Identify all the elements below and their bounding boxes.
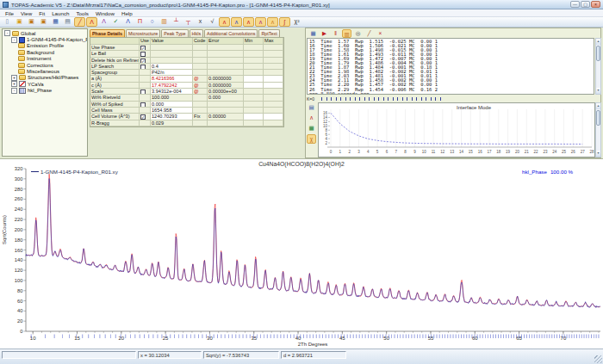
tree-item-1-gnm-4145-p4-kapton-r01-xy[interactable]: -1-GNM-4145-P4-Kapton_R01.xy <box>3 36 87 42</box>
close-button[interactable]: × <box>591 1 600 8</box>
min-cell[interactable] <box>244 51 264 57</box>
marker-up-icon[interactable]: ┬ <box>183 17 194 27</box>
use-cell[interactable] <box>140 108 151 114</box>
use-cell[interactable] <box>140 102 151 108</box>
max-cell[interactable] <box>264 70 283 76</box>
scroll-down-icon[interactable]: ▼ <box>596 88 600 94</box>
max-cell[interactable] <box>264 120 283 126</box>
peaks-orange-icon[interactable]: ʌ <box>267 17 278 27</box>
peaks-blue-icon[interactable]: ʌ <box>231 17 242 27</box>
accept-fit-icon[interactable]: ✓ <box>110 17 121 27</box>
menu-file[interactable]: File <box>2 10 17 16</box>
tree-item-background[interactable]: Background <box>3 49 87 55</box>
min-cell[interactable] <box>244 45 264 51</box>
tree-expander-icon[interactable]: + <box>11 75 17 81</box>
open-recent-icon[interactable]: ▣ <box>38 17 49 27</box>
max-cell[interactable] <box>264 114 283 120</box>
view-output-icon[interactable]: ◎ <box>353 29 363 38</box>
checkbox-checked-icon[interactable]: ✓ <box>140 114 146 120</box>
code-cell[interactable] <box>193 64 208 70</box>
peaks-red-icon[interactable]: ʌ <box>219 17 230 27</box>
zoom-window-icon[interactable]: ▥ <box>159 17 170 27</box>
tree-item-instrument[interactable]: Instrument <box>3 56 87 62</box>
menu-help[interactable]: Help <box>118 10 136 16</box>
min-cell[interactable] <box>244 83 264 89</box>
use-cell[interactable] <box>140 76 151 82</box>
tab-hkls[interactable]: Hkls <box>190 29 203 37</box>
pause-icon[interactable]: ‖ <box>331 29 340 38</box>
code-cell[interactable] <box>193 58 208 64</box>
code-cell[interactable] <box>193 120 208 126</box>
code-cell[interactable]: @ <box>193 76 208 82</box>
scroll-thumb[interactable] <box>596 110 600 126</box>
fit-options-icon[interactable]: ▦ <box>308 29 318 38</box>
minimize-button[interactable]: — <box>570 1 580 8</box>
min-cell[interactable] <box>244 58 264 64</box>
range-bar-icon[interactable]: Π <box>134 17 146 27</box>
value-cell[interactable]: 0.000 <box>151 102 193 108</box>
value-cell[interactable]: 1654.958 <box>151 108 193 114</box>
sqrt-icon[interactable]: √ <box>207 17 218 27</box>
tab-phase-details[interactable]: Phase Details <box>90 29 125 37</box>
open-folder-icon[interactable]: ▣ <box>14 17 25 27</box>
checkbox-checked-icon[interactable]: ✓ <box>140 46 146 51</box>
value-cell[interactable]: P42/n <box>151 70 193 76</box>
use-cell[interactable]: ✓ <box>140 45 151 51</box>
checkbox-unchecked-icon[interactable] <box>140 102 146 108</box>
tab-microstructure[interactable]: Microstructure <box>126 29 160 37</box>
max-cell[interactable] <box>264 89 283 95</box>
min-cell[interactable] <box>244 95 264 101</box>
menu-view[interactable]: View <box>17 10 35 16</box>
checkbox-unchecked-icon[interactable] <box>140 89 146 95</box>
min-cell[interactable] <box>244 108 264 114</box>
use-cell[interactable] <box>140 64 151 70</box>
max-cell[interactable] <box>264 83 283 89</box>
use-cell[interactable] <box>140 95 151 101</box>
resize-grip[interactable] <box>594 355 602 363</box>
tab-peak-type[interactable]: Peak Type <box>161 29 188 37</box>
max-cell[interactable] <box>264 76 283 82</box>
min-cell[interactable] <box>244 89 264 95</box>
chi-squared-icon[interactable]: χ² <box>291 17 302 27</box>
tree-item-global[interactable]: -Global <box>3 30 87 36</box>
min-cell[interactable] <box>244 114 264 120</box>
fit-peak-icon[interactable]: Λ <box>86 17 97 27</box>
checkbox-unchecked-icon[interactable] <box>140 52 146 57</box>
value-cell[interactable]: 17.4792242 <box>151 83 193 89</box>
menu-tools[interactable]: Tools <box>72 10 91 16</box>
max-cell[interactable] <box>264 58 283 64</box>
convergence-scrollbar[interactable]: ▲▼ <box>595 102 601 157</box>
value-cell[interactable] <box>151 45 193 51</box>
new-file-icon[interactable]: ▯ <box>2 17 13 27</box>
use-cell[interactable]: ✓ <box>140 58 151 64</box>
menu-launch[interactable]: Launch <box>48 10 72 16</box>
min-cell[interactable] <box>244 64 264 70</box>
marker-down-icon[interactable]: ┴ <box>171 17 182 27</box>
value-cell[interactable] <box>151 51 193 57</box>
tree-item-corrections[interactable]: Corrections <box>3 62 87 68</box>
conv-peak-icon[interactable]: ʌ <box>307 114 316 123</box>
use-cell[interactable] <box>140 51 151 57</box>
peak-pick-icon[interactable]: Λ <box>122 17 134 27</box>
scroll-up-icon[interactable]: ▲ <box>596 39 600 45</box>
project-tree[interactable]: -Global-1-GNM-4145-P4-Kapton_R01.xyEmiss… <box>2 28 88 157</box>
fit-output-scrollbar[interactable]: ▲▼ <box>595 38 601 95</box>
stop-icon[interactable]: × <box>376 29 385 38</box>
checkbox-checked-icon[interactable]: ✓ <box>140 59 146 64</box>
parameter-table[interactable]: UseValueCodeErrorMinMaxUse Phase✓Le Bail… <box>90 37 284 127</box>
code-cell[interactable]: Fix <box>193 114 208 120</box>
max-cell[interactable] <box>264 64 283 70</box>
value-cell[interactable]: 1240.70293 <box>151 114 193 120</box>
tree-item-hkl-phase[interactable]: -hkl_Phase <box>3 88 87 94</box>
code-cell[interactable] <box>193 45 208 51</box>
scroll-thumb[interactable] <box>596 46 600 61</box>
tree-expander-icon[interactable]: + <box>11 81 17 87</box>
tree-expander-icon[interactable]: - <box>11 37 17 43</box>
value-cell[interactable]: 3.94312e-004 <box>151 89 193 95</box>
conv-rwp-icon[interactable]: ▤ <box>307 103 316 113</box>
code-cell[interactable] <box>193 70 208 76</box>
value-cell[interactable]: 8.4216366 <box>151 76 193 82</box>
value-cell[interactable]: 100.000 <box>151 95 193 101</box>
checkbox-unchecked-icon[interactable] <box>140 65 146 70</box>
min-cell[interactable] <box>244 70 264 76</box>
